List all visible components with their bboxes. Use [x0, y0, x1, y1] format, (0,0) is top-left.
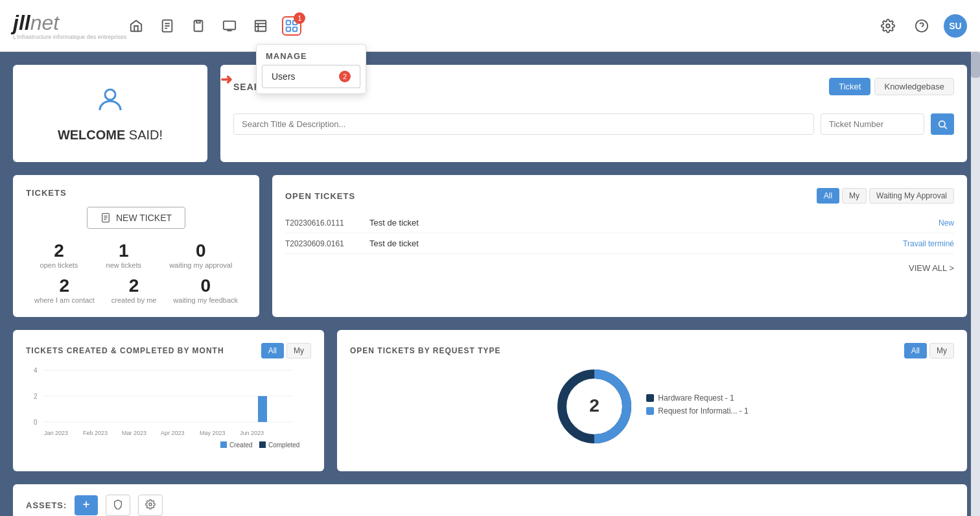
main-content: WELCOME SAID! SEARCH Ticket Knowledgebas… [0, 52, 980, 516]
ticket-list: T20230616.0111 Test de ticket New T20230… [285, 213, 954, 254]
legend-item: Hardware Request - 1 [646, 393, 748, 403]
search-button[interactable] [931, 113, 954, 135]
donut-title: OPEN TICKETS BY REQUEST TYPE [350, 346, 904, 355]
ticket-status: Travail terminé [903, 239, 954, 248]
svg-text:May 2023: May 2023 [200, 430, 226, 436]
assets-gear-button[interactable] [138, 495, 163, 516]
filter-waiting-tab[interactable]: Waiting My Approval [869, 188, 954, 204]
logo-jll: jll [13, 11, 30, 35]
chart-filter-my[interactable]: My [286, 343, 311, 358]
donut-header: OPEN TICKETS BY REQUEST TYPE All My [350, 343, 954, 358]
svg-rect-5 [224, 21, 235, 29]
filter-all-tab[interactable]: All [817, 188, 839, 204]
legend-label-1: Hardware Request - 1 [658, 393, 734, 403]
where-contact-label: where I am contact [34, 296, 95, 304]
home-icon[interactable] [126, 16, 146, 36]
donut-card: OPEN TICKETS BY REQUEST TYPE All My 2 [337, 330, 967, 471]
scrollbar[interactable] [971, 52, 980, 516]
svg-text:Jun 2023: Jun 2023 [240, 430, 264, 436]
ticket-description: Test de ticket [369, 218, 939, 228]
created-by-me-stat: 2 created by me [111, 276, 157, 304]
search-row [233, 113, 954, 135]
open-label: open tickets [40, 261, 78, 269]
document-icon[interactable] [158, 16, 177, 36]
waiting-feedback-stat: 0 waiting my feedback [173, 276, 238, 304]
tab-ticket[interactable]: Ticket [829, 78, 870, 95]
open-tickets-header: OPEN TICKETS All My Waiting My Approval [285, 188, 954, 204]
screen-icon[interactable] [220, 16, 239, 36]
svg-text:Created: Created [229, 441, 253, 449]
open-tickets-title: OPEN TICKETS [285, 191, 817, 201]
logo-tagline: L'infrastructure informatique des entrep… [13, 34, 126, 40]
svg-text:0: 0 [34, 419, 38, 426]
welcome-card: WELCOME SAID! [13, 65, 207, 162]
svg-text:2: 2 [590, 395, 600, 416]
svg-rect-15 [293, 27, 297, 30]
created-by-me-label: created by me [111, 296, 157, 304]
filter-tabs: All My Waiting My Approval [817, 188, 954, 204]
clipboard-icon[interactable] [189, 16, 208, 36]
svg-rect-40 [220, 441, 227, 448]
svg-text:Apr 2023: Apr 2023 [161, 430, 185, 436]
chart-title: TICKETS CREATED & COMPLETED BY MONTH [26, 346, 261, 355]
ticket-number-input[interactable] [821, 113, 924, 135]
manage-dropdown: MANAGE Users 2 [256, 44, 366, 94]
search-input[interactable] [233, 113, 814, 135]
chart-filter-all[interactable]: All [261, 343, 284, 358]
svg-point-16 [886, 24, 890, 28]
table-icon[interactable] [251, 16, 270, 36]
welcome-prefix: WELCOME [58, 128, 125, 142]
chart-filter-tabs: All My [261, 343, 311, 358]
new-count: 1 [106, 240, 141, 261]
help-icon[interactable] [910, 14, 933, 38]
bar-chart: 4 2 0 Jan 2023 Feb 2023 Mar 2023 [26, 365, 305, 456]
tickets-card: TICKETS NEW TICKET 2 open tickets 1 new … [13, 175, 259, 317]
waiting-feedback-count: 0 [173, 276, 238, 296]
scrollbar-thumb[interactable] [971, 52, 980, 78]
table-row[interactable]: T20230609.0161 Test de ticket Travail te… [285, 233, 954, 254]
users-label: Users [272, 71, 296, 82]
open-tickets-card: OPEN TICKETS All My Waiting My Approval … [272, 175, 967, 317]
table-row[interactable]: T20230616.0111 Test de ticket New [285, 213, 954, 233]
bottom-row: TICKETS CREATED & COMPLETED BY MONTH All… [13, 330, 967, 471]
svg-rect-4 [194, 20, 203, 31]
ticket-stats-row2: 2 where I am contact 2 created by me 0 w… [26, 276, 246, 304]
svg-rect-42 [259, 441, 266, 448]
tab-knowledgebase[interactable]: Knowledgebase [874, 78, 954, 95]
svg-text:Jan 2023: Jan 2023 [44, 430, 68, 436]
tickets-title: TICKETS [26, 188, 246, 198]
new-ticket-label: NEW TICKET [116, 213, 172, 223]
ticket-id: T20230616.0111 [285, 218, 369, 228]
chart-area: 4 2 0 Jan 2023 Feb 2023 Mar 2023 [26, 365, 311, 458]
where-contact-count: 2 [34, 276, 95, 296]
assets-shield-button[interactable] [106, 495, 130, 516]
ticket-status: New [939, 218, 954, 228]
svg-point-19 [105, 89, 115, 100]
assets-title: ASSETS: [26, 500, 67, 510]
dropdown-badge: 2 [339, 71, 351, 82]
svg-text:Feb 2023: Feb 2023 [83, 430, 108, 436]
new-ticket-button[interactable]: NEW TICKET [87, 207, 185, 229]
grid-icon[interactable]: 1 [282, 16, 301, 36]
users-menu-item[interactable]: Users 2 [262, 65, 360, 88]
new-label: new tickets [106, 261, 141, 269]
app-logo: jllnet L'infrastructure informatique des… [13, 11, 126, 40]
top-navigation: jllnet L'infrastructure informatique des… [0, 0, 980, 52]
legend-label-2: Request for Informati... - 1 [658, 406, 748, 416]
donut-content: 2 Hardware Request - 1 Request for Infor… [350, 368, 954, 445]
assets-add-button[interactable] [75, 495, 98, 515]
legend-color-2 [646, 407, 654, 415]
waiting-approval-label: waiting my approval [169, 261, 232, 269]
arrow-indicator: ➜ [220, 71, 232, 88]
created-by-me-count: 2 [111, 276, 157, 296]
user-avatar[interactable]: SU [944, 14, 967, 38]
where-contact-stat: 2 where I am contact [34, 276, 95, 304]
donut-filter-all[interactable]: All [904, 343, 927, 358]
open-count: 2 [40, 240, 78, 261]
nav-right: SU [876, 14, 967, 38]
donut-filter-my[interactable]: My [929, 343, 954, 358]
filter-my-tab[interactable]: My [842, 188, 867, 204]
settings-icon[interactable] [876, 14, 900, 38]
view-all-link[interactable]: VIEW ALL > [285, 263, 954, 273]
svg-rect-14 [286, 27, 290, 30]
